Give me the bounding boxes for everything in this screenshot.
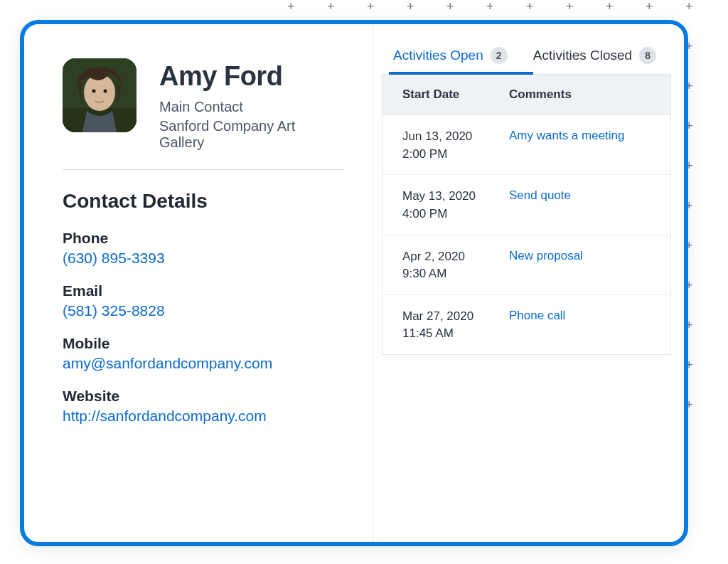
mobile-label: Mobile	[63, 335, 344, 352]
tab-open-count-badge: 2	[491, 47, 508, 64]
table-row[interactable]: Jun 13, 2020 2:00 PM Amy wants a meeting	[382, 115, 670, 175]
cell-date: Apr 2, 2020 9:30 AM	[402, 248, 509, 283]
tab-closed-count-badge: 8	[639, 47, 656, 64]
cell-comment[interactable]: Phone call	[509, 308, 670, 343]
table-row[interactable]: Apr 2, 2020 9:30 AM New proposal	[382, 235, 670, 295]
avatar	[63, 58, 136, 132]
divider	[63, 169, 344, 170]
website-label: Website	[63, 388, 344, 405]
table-row[interactable]: Mar 27, 2020 11:45 AM Phone call	[382, 295, 670, 354]
time-text: 9:30 AM	[402, 265, 509, 283]
time-text: 11:45 AM	[402, 325, 509, 343]
svg-point-4	[104, 90, 107, 93]
cell-comment[interactable]: Amy wants a meeting	[509, 128, 670, 163]
date-text: May 13, 2020	[402, 189, 476, 203]
time-text: 4:00 PM	[402, 206, 509, 223]
table-header: Start Date Comments	[382, 75, 670, 115]
tab-closed-label: Activities Closed	[533, 48, 632, 63]
activities-pane: Activities Open 2 Activities Closed 8 St…	[373, 24, 684, 542]
avatar-image	[63, 58, 136, 132]
svg-point-3	[92, 90, 96, 93]
contact-role: Main Contact	[159, 99, 344, 115]
phone-value[interactable]: (630) 895-3393	[63, 250, 344, 267]
tab-open-label: Activities Open	[393, 48, 483, 63]
contact-header: Amy Ford Main Contact Sanford Company Ar…	[63, 58, 344, 151]
contact-name: Amy Ford	[159, 61, 344, 92]
activities-table: Start Date Comments Jun 13, 2020 2:00 PM…	[382, 75, 671, 355]
mobile-value[interactable]: amy@sanfordandcompany.com	[63, 355, 344, 372]
cell-date: May 13, 2020 4:00 PM	[402, 188, 509, 223]
tab-activities-closed[interactable]: Activities Closed 8	[533, 43, 656, 74]
contact-info-pane: Amy Ford Main Contact Sanford Company Ar…	[24, 24, 373, 542]
date-text: Mar 27, 2020	[402, 309, 473, 323]
tab-activities-open[interactable]: Activities Open 2	[393, 43, 508, 74]
activities-tabs: Activities Open 2 Activities Closed 8	[382, 43, 671, 75]
cell-date: Jun 13, 2020 2:00 PM	[402, 128, 509, 163]
email-label: Email	[63, 282, 344, 299]
cell-comment[interactable]: Send quote	[509, 188, 670, 223]
cell-date: Mar 27, 2020 11:45 AM	[402, 308, 509, 343]
contact-card: Amy Ford Main Contact Sanford Company Ar…	[20, 20, 688, 546]
header-start-date: Start Date	[402, 87, 509, 102]
date-text: Jun 13, 2020	[402, 129, 472, 143]
cell-comment[interactable]: New proposal	[509, 248, 670, 283]
table-row[interactable]: May 13, 2020 4:00 PM Send quote	[382, 175, 670, 235]
website-value[interactable]: http://sanfordandcompany.com	[63, 408, 344, 425]
email-value[interactable]: (581) 325-8828	[63, 302, 344, 319]
contact-name-block: Amy Ford Main Contact Sanford Company Ar…	[159, 58, 344, 151]
phone-label: Phone	[63, 230, 344, 247]
header-comments: Comments	[509, 87, 670, 102]
contact-company: Sanford Company Art Gallery	[159, 118, 344, 151]
date-text: Apr 2, 2020	[402, 250, 465, 263]
time-text: 2:00 PM	[402, 146, 509, 164]
section-title-contact-details: Contact Details	[63, 190, 344, 213]
